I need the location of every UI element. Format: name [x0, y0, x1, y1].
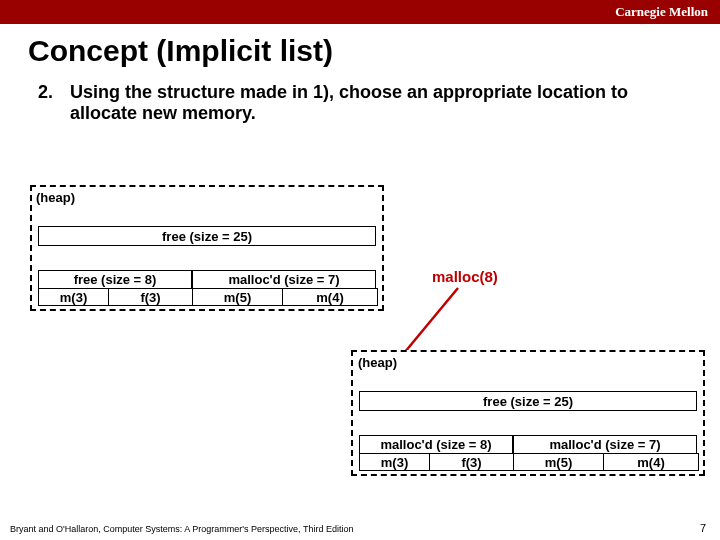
cell: m(3): [39, 289, 109, 305]
malloc-call: malloc(8): [432, 268, 498, 285]
bullet-2: 2. Using the structure made in 1), choos…: [0, 76, 720, 124]
cell: m(5): [514, 454, 604, 470]
cell: m(4): [283, 289, 377, 305]
page-number: 7: [700, 522, 706, 534]
heap-label-before: (heap): [34, 190, 77, 205]
cell: m(5): [193, 289, 283, 305]
malloc8-after: malloc'd (size = 8): [359, 435, 513, 453]
brand-bar: Carnegie Mellon: [0, 0, 720, 24]
malloc7-before: malloc'd (size = 7): [192, 270, 376, 288]
row-after: m(3) f(3) m(5) m(4): [359, 453, 699, 471]
org-name: Carnegie Mellon: [615, 4, 708, 20]
cell: f(3): [109, 289, 193, 305]
cell: f(3): [430, 454, 514, 470]
cell: m(3): [360, 454, 430, 470]
slide-title: Concept (Implicit list): [0, 24, 720, 76]
heap-label-after: (heap): [356, 355, 399, 370]
free8-before: free (size = 8): [38, 270, 192, 288]
row-before: m(3) f(3) m(5) m(4): [38, 288, 378, 306]
bullet-number: 2.: [38, 82, 53, 103]
footer-citation: Bryant and O'Hallaron, Computer Systems:…: [10, 524, 353, 534]
cell: m(4): [604, 454, 698, 470]
malloc7-after: malloc'd (size = 7): [513, 435, 697, 453]
free25-after: free (size = 25): [359, 391, 697, 411]
free25-before: free (size = 25): [38, 226, 376, 246]
bullet-text: Using the structure made in 1), choose a…: [70, 82, 628, 123]
